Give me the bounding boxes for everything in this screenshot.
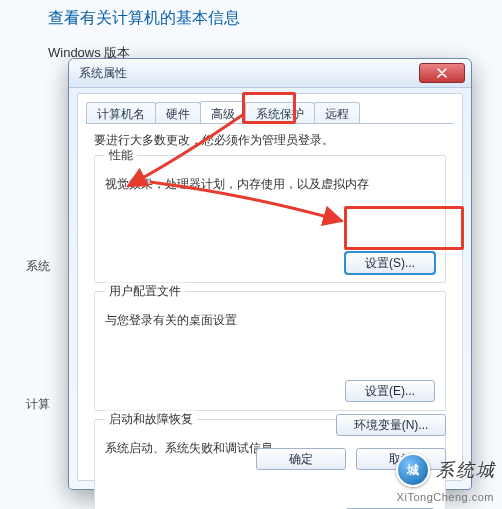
page-heading: 查看有关计算机的基本信息 xyxy=(48,8,240,29)
dialog-client: 计算机名 硬件 高级 系统保护 远程 要进行大多数更改，您必须作为管理员登录。 … xyxy=(77,93,463,481)
dialog-title: 系统属性 xyxy=(79,65,127,82)
environment-variables-button[interactable]: 环境变量(N)... xyxy=(336,414,446,436)
group-performance-legend: 性能 xyxy=(105,147,137,164)
watermark-url: XiTongCheng.com xyxy=(397,491,494,503)
dialog-titlebar[interactable]: 系统属性 xyxy=(69,59,471,88)
close-icon xyxy=(435,68,449,78)
watermark-logo-icon: 城 xyxy=(396,453,430,487)
system-properties-dialog: 系统属性 计算机名 硬件 高级 系统保护 远程 要进行大多数更改，您必须作为管理… xyxy=(68,58,472,490)
bg-label-system: 系统 xyxy=(26,258,50,275)
performance-settings-button[interactable]: 设置(S)... xyxy=(345,252,435,274)
watermark-brand: 系统城 xyxy=(436,458,496,482)
group-performance: 性能 视觉效果，处理器计划，内存使用，以及虚拟内存 设置(S)... xyxy=(94,155,446,283)
admin-hint: 要进行大多数更改，您必须作为管理员登录。 xyxy=(94,132,446,149)
advanced-tab-body: 要进行大多数更改，您必须作为管理员登录。 性能 视觉效果，处理器计划，内存使用，… xyxy=(86,124,454,440)
group-startup-recovery-legend: 启动和故障恢复 xyxy=(105,411,197,428)
group-user-profiles: 用户配置文件 与您登录有关的桌面设置 设置(E)... xyxy=(94,291,446,411)
user-profiles-settings-button[interactable]: 设置(E)... xyxy=(345,380,435,402)
close-button[interactable] xyxy=(419,63,465,83)
group-user-profiles-legend: 用户配置文件 xyxy=(105,283,185,300)
ok-button[interactable]: 确定 xyxy=(256,448,346,470)
group-user-profiles-desc: 与您登录有关的桌面设置 xyxy=(105,312,435,329)
bg-label-computer: 计算 xyxy=(26,396,50,413)
watermark: 城 系统城 xyxy=(396,453,496,487)
group-performance-desc: 视觉效果，处理器计划，内存使用，以及虚拟内存 xyxy=(105,176,435,193)
